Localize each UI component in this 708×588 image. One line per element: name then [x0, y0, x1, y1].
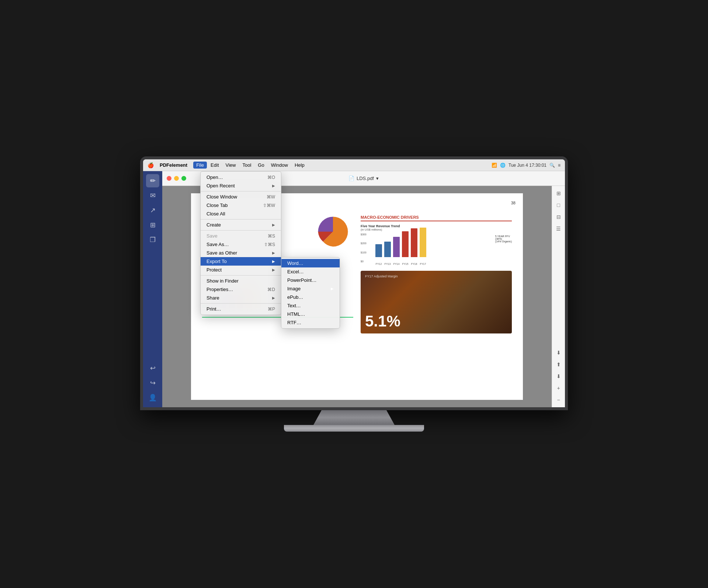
app-name: PDFelement: [160, 162, 187, 168]
share-label: Share: [206, 295, 219, 301]
save-as-shortcut: ⇧⌘S: [264, 242, 275, 247]
menu-file[interactable]: File: [193, 162, 207, 169]
export-to-arrow: ▶: [272, 259, 275, 263]
submenu-epub[interactable]: ePub…: [281, 293, 340, 301]
menu-protect[interactable]: Protect ▶: [201, 266, 281, 274]
submenu-html[interactable]: HTML…: [281, 310, 340, 318]
export-submenu[interactable]: Word… Excel… PowerPoint… Image ▶: [281, 257, 340, 329]
menu-share[interactable]: Share ▶: [201, 294, 281, 302]
wifi-icon: 📶: [492, 163, 497, 168]
sidebar-icon-user[interactable]: 👤: [146, 391, 159, 404]
sidebar-icon-redo[interactable]: ↪: [146, 376, 159, 390]
menu-tool[interactable]: Tool: [239, 162, 254, 169]
list-icon[interactable]: ≡: [558, 163, 560, 168]
file-menu-dropdown[interactable]: Open… ⌘O Open Recent ▶ Close Window ⌘W C…: [200, 171, 281, 315]
page-number: 38: [511, 201, 516, 205]
sidebar-icon-layers[interactable]: ⊞: [146, 218, 159, 232]
rtf-label: RTF…: [287, 320, 301, 325]
panel-download-icon[interactable]: ⬇: [554, 348, 563, 357]
revenue-title: Five Year Revenue Trend: [361, 224, 512, 228]
panel-bookmark-icon[interactable]: ⊟: [554, 212, 563, 221]
revenue-x-labels: FY12 FY13 FY14 FY15 FY16 FY17: [375, 263, 512, 265]
menu-save-as[interactable]: Save As… ⇧⌘S: [201, 240, 281, 249]
menu-view[interactable]: View: [223, 162, 239, 169]
powerpoint-label: PowerPoint…: [287, 277, 316, 283]
rev-bar-fy15: [402, 231, 409, 257]
fy17-percent: 5.1%: [365, 314, 507, 329]
save-as-label: Save As…: [206, 242, 229, 247]
panel-grid-icon[interactable]: ⊞: [554, 189, 563, 198]
menu-close-window[interactable]: Close Window ⌘W: [201, 193, 281, 201]
panel-page-icon[interactable]: □: [554, 201, 563, 210]
panel-lines-icon[interactable]: ☰: [554, 224, 563, 233]
menu-window[interactable]: Window: [268, 162, 291, 169]
menu-export-to[interactable]: Export To ▶ Word… Excel… PowerPoint…: [201, 257, 281, 266]
apple-logo-icon[interactable]: 🍎: [148, 162, 154, 168]
menubar-right: 📶 🌐 Tue Jun 4 17:30:01 🔍 ≡: [492, 163, 560, 168]
sidebar-icon-mail[interactable]: ✉: [146, 189, 159, 202]
submenu-powerpoint[interactable]: PowerPoint…: [281, 276, 340, 284]
rev-bar-fy16: [411, 228, 417, 257]
monitor-wrapper: 🍎 PDFelement File Edit View Tool Go Wind…: [133, 156, 575, 432]
panel-image-icon[interactable]: ⬇: [554, 372, 563, 381]
epub-label: ePub…: [287, 294, 303, 300]
pie-chart: [316, 215, 350, 248]
doc-title-icon: 📄: [348, 176, 354, 181]
sidebar-icon-bookmark[interactable]: ❐: [146, 233, 159, 246]
submenu-word[interactable]: Word…: [281, 259, 340, 267]
rev-bar-fy13: [384, 242, 391, 257]
search-icon[interactable]: 🔍: [549, 163, 555, 168]
panel-minus-icon[interactable]: −: [554, 395, 563, 404]
menu-print[interactable]: Print… ⌘P: [201, 305, 281, 313]
right-panel: ⊞ □ ⊟ ☰ ⬇ ⬆ ⬇ + −: [552, 186, 565, 407]
properties-shortcut: ⌘D: [267, 287, 275, 292]
open-label: Open…: [206, 174, 223, 180]
panel-add-icon[interactable]: +: [554, 384, 563, 392]
revenue-legend: 5 YEAR FFV (38%) (14% Organic): [495, 235, 512, 243]
macro-title: MACRO-ECONOMIC DRIVERS: [361, 215, 512, 221]
submenu-image[interactable]: Image ▶: [281, 284, 340, 293]
menu-open[interactable]: Open… ⌘O: [201, 173, 281, 181]
submenu-excel[interactable]: Excel…: [281, 267, 340, 276]
doc-title: 📄 LDS.pdf ▾: [348, 176, 379, 181]
maximize-button[interactable]: [181, 176, 186, 181]
menu-close-tab[interactable]: Close Tab ⇧⌘W: [201, 201, 281, 210]
sidebar: ✏ ✉ ↗ ⊞ ❐ ↩ ↪ 👤: [143, 171, 162, 407]
menu-create[interactable]: Create ▶: [201, 221, 281, 229]
menu-go[interactable]: Go: [255, 162, 267, 169]
monitor-base: [284, 425, 424, 432]
close-button[interactable]: [167, 176, 171, 181]
excel-label: Excel…: [287, 269, 304, 274]
sidebar-icon-pen[interactable]: ✏: [146, 174, 159, 187]
menu-items: File Edit View Tool Go Window Help: [193, 162, 308, 169]
submenu-rtf[interactable]: RTF…: [281, 318, 340, 327]
sidebar-icon-share[interactable]: ↗: [146, 204, 159, 217]
save-as-other-arrow: ▶: [272, 251, 275, 255]
menu-save-as-other[interactable]: Save as Other ▶: [201, 249, 281, 257]
traffic-lights: [167, 176, 186, 181]
chevron-down-icon[interactable]: ▾: [376, 176, 379, 181]
close-tab-shortcut: ⇧⌘W: [263, 203, 275, 208]
rev-bar-fy17: [420, 228, 426, 257]
submenu-text[interactable]: Text…: [281, 301, 340, 310]
open-shortcut: ⌘O: [267, 175, 275, 180]
menu-edit[interactable]: Edit: [208, 162, 222, 169]
menu-close-all[interactable]: Close All: [201, 210, 281, 218]
menubar: 🍎 PDFelement File Edit View Tool Go Wind…: [143, 159, 565, 171]
macro-section: MACRO-ECONOMIC DRIVERS Five Year Revenue…: [361, 215, 512, 265]
protect-label: Protect: [206, 267, 222, 273]
rev-bar-fy12: [375, 244, 382, 257]
menu-properties[interactable]: Properties… ⌘D: [201, 285, 281, 294]
sidebar-icon-undo[interactable]: ↩: [146, 362, 159, 375]
menu-show-finder[interactable]: Show in Finder: [201, 277, 281, 285]
panel-upload-icon[interactable]: ⬆: [554, 360, 563, 369]
close-window-label: Close Window: [206, 194, 237, 200]
properties-label: Properties…: [206, 287, 233, 292]
menu-help[interactable]: Help: [292, 162, 308, 169]
menu-save[interactable]: Save ⌘S: [201, 232, 281, 240]
minimize-button[interactable]: [174, 176, 179, 181]
create-label: Create: [206, 222, 221, 228]
close-tab-label: Close Tab: [206, 203, 228, 208]
menu-open-recent[interactable]: Open Recent ▶: [201, 181, 281, 190]
word-label: Word…: [287, 260, 303, 266]
